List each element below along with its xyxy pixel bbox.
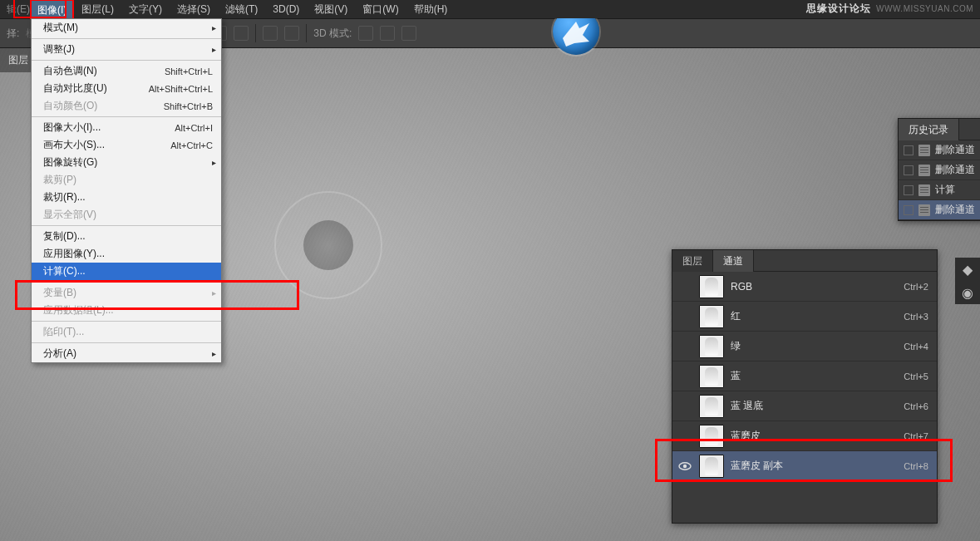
channel-shortcut: Ctrl+4	[904, 342, 928, 352]
menu-row-shortcut: Alt+Ctrl+C	[170, 140, 213, 150]
visibility-toggle[interactable]	[677, 309, 692, 324]
canvas-mark	[303, 220, 353, 270]
menu-row-label: 显示全部(V)	[43, 208, 213, 222]
menu-row: 裁剪(P)	[32, 171, 221, 189]
history-panel: 历史记录 删除通道删除通道计算删除通道	[898, 118, 980, 221]
menu-row-shortcut: Shift+Ctrl+L	[165, 66, 213, 76]
menu-row-shortcut: Alt+Ctrl+I	[175, 123, 213, 133]
history-row-label: 删除通道	[935, 163, 975, 177]
channel-row[interactable]: RGBCtrl+2	[672, 272, 937, 302]
channel-name: 蓝磨皮	[731, 429, 897, 443]
menu-row[interactable]: 分析(A)	[32, 345, 221, 362]
menu-row[interactable]: 调整(J)	[32, 41, 221, 58]
document-icon	[918, 145, 930, 156]
menu-item-3[interactable]: 选择(S)	[170, 0, 218, 18]
menu-row: 显示全部(V)	[32, 206, 221, 224]
menu-item-5[interactable]: 3D(D)	[265, 0, 307, 18]
menu-item-8[interactable]: 帮助(H)	[406, 0, 456, 18]
menu-row[interactable]: 模式(M)	[32, 19, 221, 37]
history-row[interactable]: 删除通道	[899, 160, 980, 180]
menu-item-2[interactable]: 文字(Y)	[121, 0, 170, 18]
3d-icon[interactable]	[358, 26, 373, 41]
document-icon	[918, 165, 930, 176]
dist-icon[interactable]	[234, 26, 249, 41]
menu-row-shortcut: Shift+Ctrl+B	[164, 101, 213, 111]
channel-row[interactable]: 绿Ctrl+4	[672, 332, 937, 361]
menu-row-label: 图像旋转(G)	[43, 155, 213, 170]
document-icon	[918, 204, 930, 216]
menu-row-label: 应用数据组(L)...	[43, 303, 213, 317]
history-row-label: 删除通道	[935, 203, 975, 217]
channels-icon[interactable]: ◉	[959, 286, 976, 299]
menu-row: 陷印(T)...	[32, 323, 221, 341]
dist-icon[interactable]	[284, 26, 299, 41]
menu-row-label: 应用图像(Y)...	[43, 247, 213, 261]
channel-name: 蓝 退底	[731, 399, 897, 413]
menu-item-4[interactable]: 滤镜(T)	[218, 0, 265, 18]
history-row-label: 删除通道	[935, 143, 975, 157]
channel-name: RGB	[731, 281, 897, 293]
visibility-toggle[interactable]	[677, 429, 692, 444]
channel-shortcut: Ctrl+6	[904, 401, 928, 411]
channel-thumbnail	[699, 365, 724, 388]
history-checkbox[interactable]	[904, 185, 914, 195]
visibility-toggle[interactable]	[677, 369, 692, 384]
history-checkbox[interactable]	[904, 165, 914, 175]
history-row[interactable]: 删除通道	[899, 200, 980, 220]
menu-row[interactable]: 自动色调(N)Shift+Ctrl+L	[32, 62, 221, 80]
visibility-toggle[interactable]	[677, 399, 692, 414]
history-tab[interactable]: 历史记录	[899, 119, 959, 140]
menu-row: 变量(B)	[32, 284, 221, 302]
menu-row[interactable]: 图像旋转(G)	[32, 154, 221, 171]
menu-item-1[interactable]: 图层(L)	[74, 0, 121, 18]
history-row[interactable]: 删除通道	[899, 140, 980, 160]
channel-thumbnail	[699, 305, 724, 328]
menu-item-7[interactable]: 窗口(W)	[355, 0, 406, 18]
menu-row-label: 裁剪(P)	[43, 173, 213, 187]
channel-thumbnail	[699, 425, 724, 448]
menu-row[interactable]: 计算(C)...	[32, 263, 221, 280]
menu-row-label: 计算(C)...	[43, 264, 213, 278]
menu-row[interactable]: 图像大小(I)...Alt+Ctrl+I	[32, 119, 221, 136]
3d-icon[interactable]	[380, 26, 395, 41]
menubar: 辑(E) 图像(I)图层(L)文字(Y)选择(S)滤镜(T)3D(D)视图(V)…	[0, 0, 980, 18]
menu-row[interactable]: 画布大小(S)...Alt+Ctrl+C	[32, 136, 221, 154]
channel-shortcut: Ctrl+5	[904, 371, 928, 381]
brand: 思缘设计论坛 WWW.MISSYUAN.COM	[806, 2, 973, 16]
channel-row[interactable]: 蓝 退底Ctrl+6	[672, 391, 937, 421]
channel-shortcut: Ctrl+7	[904, 431, 928, 441]
channel-row[interactable]: 红Ctrl+3	[672, 302, 937, 332]
menu-row: 自动颜色(O)Shift+Ctrl+B	[32, 97, 221, 115]
menubar-trunc: 辑(E)	[0, 2, 30, 17]
menu-item-6[interactable]: 视图(V)	[307, 0, 355, 18]
menu-row[interactable]: 自动对比度(U)Alt+Shift+Ctrl+L	[32, 80, 221, 97]
channel-row[interactable]: 蓝磨皮 副本Ctrl+8	[672, 451, 937, 481]
menu-row[interactable]: 复制(D)...	[32, 228, 221, 245]
3d-icon[interactable]	[401, 26, 416, 41]
right-dock: ◆ ◉	[955, 258, 980, 304]
menu-row-label: 模式(M)	[43, 21, 213, 35]
history-row[interactable]: 计算	[899, 180, 980, 200]
history-checkbox[interactable]	[904, 205, 914, 215]
channel-row[interactable]: 蓝磨皮Ctrl+7	[672, 421, 937, 451]
visibility-toggle[interactable]	[677, 459, 692, 474]
menu-row[interactable]: 裁切(R)...	[32, 189, 221, 206]
menu-item-0[interactable]: 图像(I)	[30, 0, 74, 19]
document-icon	[918, 184, 930, 196]
channel-name: 红	[731, 309, 897, 323]
channel-name: 蓝磨皮 副本	[731, 459, 897, 473]
menu-row: 应用数据组(L)...	[32, 302, 221, 319]
menu-row[interactable]: 应用图像(Y)...	[32, 245, 221, 263]
menu-row-label: 分析(A)	[43, 347, 213, 361]
dist-icon[interactable]	[263, 26, 278, 41]
history-checkbox[interactable]	[904, 145, 914, 155]
tab-layers[interactable]: 图层	[672, 250, 713, 272]
options-left: 择:	[7, 27, 19, 41]
channels-bottom	[672, 481, 937, 523]
layers-icon[interactable]: ◆	[959, 263, 976, 276]
visibility-toggle[interactable]	[677, 279, 692, 294]
brand-text: 思缘设计论坛	[806, 2, 871, 16]
tab-channels[interactable]: 通道	[713, 250, 754, 272]
visibility-toggle[interactable]	[677, 339, 692, 354]
channel-row[interactable]: 蓝Ctrl+5	[672, 361, 937, 391]
